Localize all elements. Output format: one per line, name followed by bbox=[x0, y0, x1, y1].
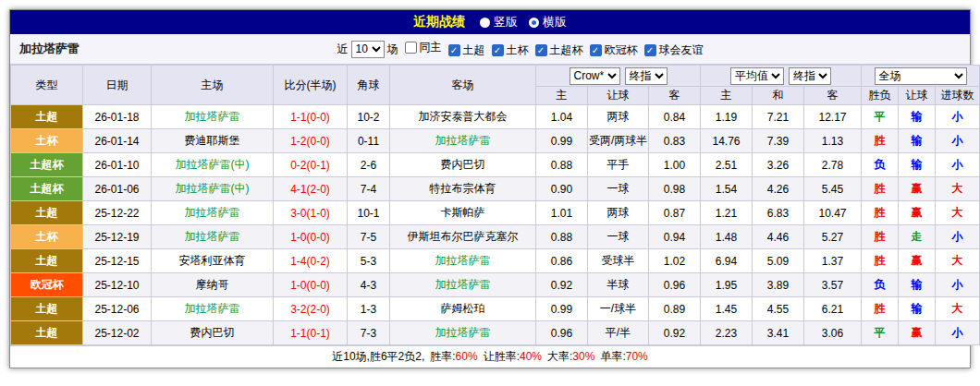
scope-group-header: 全场 bbox=[862, 66, 980, 87]
handicap-result-cell: 输 bbox=[899, 129, 936, 153]
euro-avg-select[interactable]: 平均值 bbox=[730, 67, 784, 85]
goals-cell: 大 bbox=[936, 297, 980, 321]
col-header-euro-away: 客 bbox=[804, 87, 862, 105]
checkbox-checked-icon[interactable]: ✓ bbox=[644, 44, 656, 56]
match-date: 25-12-02 bbox=[83, 321, 152, 345]
summary-text: 近10场,胜6平2负2, bbox=[332, 349, 424, 365]
asian-handicap: 受两/两球半 bbox=[588, 129, 649, 153]
away-team: 费内巴切 bbox=[390, 153, 536, 177]
corner-score: 0-11 bbox=[348, 129, 390, 153]
corner-score: 1-3 bbox=[348, 297, 390, 321]
filter-checkbox[interactable]: ✓球会友谊 bbox=[644, 42, 704, 58]
euro-odds-group-header: 平均值 终指 bbox=[701, 66, 862, 87]
home-team: 费迪耶斯堡 bbox=[152, 129, 274, 153]
asian-handicap: 两球 bbox=[588, 105, 649, 129]
league-badge: 土杯 bbox=[11, 129, 83, 153]
euro-draw-odds: 3.26 bbox=[753, 153, 804, 177]
euro-away-odds: 1.37 bbox=[804, 249, 862, 273]
asian-away-odds: 1.02 bbox=[649, 249, 701, 273]
away-team: 特拉布宗体育 bbox=[390, 177, 536, 201]
euro-draw-odds: 7.21 bbox=[753, 105, 804, 129]
match-date: 25-12-22 bbox=[83, 201, 152, 225]
odds-company-select[interactable]: Crow* bbox=[570, 67, 620, 85]
asian-handicap: 一/球半 bbox=[588, 297, 649, 321]
odds-time-select[interactable]: 终指 bbox=[625, 67, 668, 85]
euro-away-odds: 5.45 bbox=[804, 177, 862, 201]
euro-home-odds: 1.19 bbox=[701, 105, 753, 129]
filterbar: 加拉塔萨雷 近 10 场 同主✓土超✓土杯✓土超杯✓欧冠杯✓球会友谊 bbox=[10, 34, 970, 65]
corner-score: 7-5 bbox=[348, 225, 390, 249]
handicap-result-cell: 走 bbox=[899, 225, 936, 249]
checkbox-label: 球会友谊 bbox=[659, 42, 704, 58]
away-team: 加拉塔萨雷 bbox=[390, 249, 536, 273]
asian-handicap: 平手 bbox=[588, 153, 649, 177]
match-date: 26-01-10 bbox=[83, 153, 152, 177]
table-row: 土杯 26-01-14 费迪耶斯堡 1-2(0-0) 0-11 加拉塔萨雷 0.… bbox=[11, 129, 980, 153]
euro-home-odds: 1.95 bbox=[701, 273, 753, 297]
filters: 近 10 场 同主✓土超✓土杯✓土超杯✓欧冠杯✓球会友谊 bbox=[337, 40, 704, 58]
radio-icon[interactable] bbox=[480, 18, 490, 28]
asian-away-odds: 0.87 bbox=[649, 201, 701, 225]
euro-away-odds: 12.17 bbox=[804, 105, 862, 129]
euro-home-odds: 6.94 bbox=[701, 249, 753, 273]
asian-handicap: 受球半 bbox=[588, 249, 649, 273]
checkbox-label: 土超杯 bbox=[550, 42, 583, 58]
checkbox-checked-icon[interactable]: ✓ bbox=[448, 44, 460, 56]
result-cell: 负 bbox=[862, 273, 899, 297]
checkbox-checked-icon[interactable]: ✓ bbox=[535, 44, 547, 56]
handicap-win-rate-stat: 让胜率:40% bbox=[484, 349, 542, 365]
league-badge: 欧冠杯 bbox=[11, 273, 83, 297]
euro-home-odds: 1.54 bbox=[701, 177, 753, 201]
score: 3-0(1-0) bbox=[274, 201, 348, 225]
col-header-home: 主场 bbox=[152, 66, 274, 105]
table-row: 土超 26-01-18 加拉塔萨雷 1-1(0-0) 10-2 加济安泰普大都会… bbox=[11, 105, 980, 129]
filter-checkbox[interactable]: ✓欧冠杯 bbox=[590, 42, 638, 58]
col-header-asian-away: 客 bbox=[649, 87, 701, 105]
euro-draw-odds: 6.83 bbox=[753, 201, 804, 225]
asian-handicap: 半球 bbox=[588, 273, 649, 297]
match-date: 25-12-15 bbox=[83, 249, 152, 273]
asian-away-odds: 1.00 bbox=[649, 153, 701, 177]
home-team: 费内巴切 bbox=[152, 321, 274, 345]
col-header-euro-home: 主 bbox=[701, 87, 753, 105]
euro-time-select[interactable]: 终指 bbox=[789, 67, 831, 85]
layout-vertical-radio[interactable]: 竖版 bbox=[480, 14, 518, 30]
asian-away-odds: 0.94 bbox=[649, 225, 701, 249]
home-team: 加拉塔萨雷(中) bbox=[152, 177, 274, 201]
filter-checkbox[interactable]: ✓土超杯 bbox=[535, 42, 583, 58]
goals-cell: 小 bbox=[936, 273, 980, 297]
filter-checkbox[interactable]: ✓土超 bbox=[448, 42, 485, 58]
checkbox-unchecked-icon[interactable] bbox=[405, 42, 417, 54]
match-date: 25-12-06 bbox=[83, 297, 152, 321]
league-filter-checkboxes: 同主✓土超✓土杯✓土超杯✓欧冠杯✓球会友谊 bbox=[398, 40, 704, 58]
result-cell: 胜 bbox=[862, 249, 899, 273]
layout-horizontal-radio[interactable]: 横版 bbox=[529, 14, 567, 30]
asian-home-odds: 0.96 bbox=[536, 321, 588, 345]
col-header-euro-draw: 和 bbox=[753, 87, 804, 105]
recent-count-select[interactable]: 10 bbox=[351, 41, 385, 58]
away-team: 加拉塔萨雷 bbox=[390, 321, 536, 345]
corner-score: 4-3 bbox=[348, 273, 390, 297]
league-badge: 土超杯 bbox=[11, 177, 83, 201]
home-team: 加拉塔萨雷(中) bbox=[152, 153, 274, 177]
asian-home-odds: 0.88 bbox=[536, 153, 588, 177]
euro-home-odds: 14.76 bbox=[701, 129, 753, 153]
checkbox-checked-icon[interactable]: ✓ bbox=[590, 44, 602, 56]
over-rate-stat: 大率:30% bbox=[547, 349, 594, 365]
radio-icon-selected[interactable] bbox=[529, 18, 539, 28]
filter-checkbox[interactable]: ✓土杯 bbox=[492, 42, 529, 58]
col-header-goals: 进球数 bbox=[936, 87, 980, 105]
col-header-result: 胜负 bbox=[862, 87, 899, 105]
result-cell: 胜 bbox=[862, 297, 899, 321]
win-rate-stat: 胜率:60% bbox=[430, 349, 477, 365]
score: 3-2(2-0) bbox=[274, 297, 348, 321]
handicap-result-cell: 赢 bbox=[899, 249, 936, 273]
scope-select[interactable]: 全场 bbox=[875, 67, 967, 85]
euro-home-odds: 1.48 bbox=[701, 225, 753, 249]
euro-home-odds: 1.21 bbox=[701, 201, 753, 225]
asian-away-odds: 0.92 bbox=[649, 321, 701, 345]
corner-score: 5-3 bbox=[348, 249, 390, 273]
filter-checkbox[interactable]: 同主 bbox=[405, 40, 442, 55]
handicap-result-cell: 输 bbox=[899, 297, 936, 321]
checkbox-checked-icon[interactable]: ✓ bbox=[492, 44, 504, 56]
